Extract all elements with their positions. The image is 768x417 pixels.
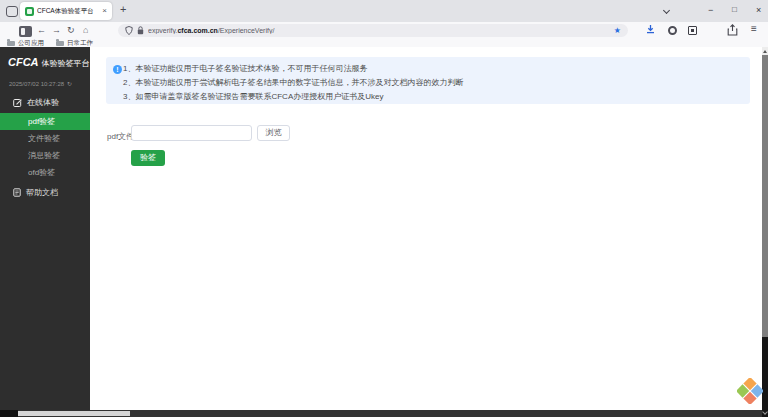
list-tabs-chevron-icon[interactable] [663,7,670,14]
share-icon[interactable] [727,24,738,36]
notice-box: ! 1、本验证功能仅用于电子签名验证技术体验，不可用于任何司法服务 2、本验证功… [106,57,750,104]
shield-icon [125,26,133,35]
folder-icon [7,41,15,46]
info-icon: ! [113,65,122,74]
bookmarks-bar: 公司应用 日常工作 [0,39,768,47]
app-logo: CFCA 体验验签平台 [0,47,90,69]
window-close-button[interactable]: × [756,2,761,18]
notice-line-1: 1、本验证功能仅用于电子签名验证技术体验，不可用于任何司法服务 [106,62,750,76]
app-title: 体验验签平台 [42,58,90,69]
sidebar-group-label: 在线体验 [27,97,59,108]
downloads-icon[interactable] [645,24,656,35]
refresh-icon[interactable]: ↻ [67,80,72,87]
reload-icon[interactable]: ↻ [67,25,75,36]
screen: CFCA体验验签平台 × + − □ × ← → ↻ ⌂ expverify.c… [0,0,768,417]
browser-nav-bar: ← → ↻ ⌂ expverify.cfca.com.cn/Experience… [0,22,768,39]
sidebar-item-ofd-verify[interactable]: ofd验签 [0,164,90,181]
back-icon[interactable]: ← [37,25,46,36]
vertical-scrollbar[interactable] [762,47,768,417]
notice-line-3: 3、如需申请盖章版签名验证报告需要联系CFCA办理授权用户证书及Ukey [106,90,750,104]
horizontal-scrollbar[interactable] [0,410,762,417]
bookmark-label: 日常工作 [67,39,93,47]
tab-title: CFCA体验验签平台 [37,7,99,16]
url-bar[interactable]: expverify.cfca.com.cn/ExperienceVerify/ … [118,24,628,37]
sidebar-help-label: 帮助文档 [26,187,58,198]
scrollbar-thumb[interactable] [762,55,768,337]
sidebar-menu: pdf验签 文件验签 消息验签 ofd验签 [0,113,90,181]
bookmark-folder[interactable]: 公司应用 [7,39,44,47]
url-domain: cfca.com.cn [177,27,217,34]
browser-tab[interactable]: CFCA体验验签平台 × [20,2,112,20]
document-icon [13,188,21,197]
url-path: /ExperienceVerify/ [218,27,274,34]
sidebar-group-online-experience[interactable]: 在线体验 [0,87,90,108]
scrollbar-corner [0,410,18,417]
scroll-up-arrow-icon[interactable] [762,47,768,55]
folder-icon [56,41,64,46]
sidebar-item-message-verify[interactable]: 消息验签 [0,147,90,164]
pdf-file-input[interactable] [131,125,252,141]
bookmark-label: 公司应用 [18,39,44,47]
notice-line-2: 2、本验证功能仅用于尝试解析电子签名结果中的数字证书信息，并不涉及对文档内容的效… [106,76,750,90]
horizontal-scrollbar-thumb[interactable] [18,411,130,416]
browse-button[interactable]: 浏览 [257,125,290,141]
sidebar-item-help-docs[interactable]: 帮助文档 [0,181,90,198]
extension-circle-icon[interactable] [668,26,677,35]
sidebar-item-pdf-verify[interactable]: pdf验签 [0,113,90,130]
main-content: ! 1、本验证功能仅用于电子签名验证技术体验，不可用于任何司法服务 2、本验证功… [90,47,762,410]
bookmark-star-icon[interactable]: ★ [614,26,621,35]
timestamp-row: 2025/07/02 10:27:28 ↻ [0,69,90,87]
lock-icon [137,26,144,35]
timestamp: 2025/07/02 10:27:28 [9,81,64,87]
sidebar-toggle-icon[interactable] [19,26,32,37]
edit-icon [13,98,22,107]
cfca-logo: CFCA [8,56,39,68]
url-text: expverify.cfca.com.cn/ExperienceVerify/ [148,27,610,34]
window-maximize-button[interactable]: □ [732,2,737,18]
site-favicon-icon [25,7,34,16]
url-prefix: expverify. [148,27,177,34]
tab-close-icon[interactable]: × [102,7,107,15]
sidebar-item-file-verify[interactable]: 文件验签 [0,130,90,147]
floating-assistant-icon[interactable] [737,378,763,404]
scroll-down-arrow-icon[interactable] [762,409,768,415]
window-minimize-button[interactable]: − [708,2,713,18]
app-menu-icon[interactable]: ≡ [751,23,757,34]
bookmark-folder[interactable]: 日常工作 [56,39,93,47]
home-icon[interactable]: ⌂ [83,25,88,36]
firefox-view-icon[interactable] [6,6,18,17]
verify-button[interactable]: 验签 [131,150,165,166]
new-tab-button[interactable]: + [120,3,126,15]
app-sidebar: CFCA 体验验签平台 2025/07/02 10:27:28 ↻ 在线体验 p… [0,47,90,410]
extension-screenshot-icon[interactable] [688,26,697,35]
browser-tab-bar: CFCA体验验签平台 × + − □ × [0,0,768,22]
forward-icon[interactable]: → [52,25,61,36]
